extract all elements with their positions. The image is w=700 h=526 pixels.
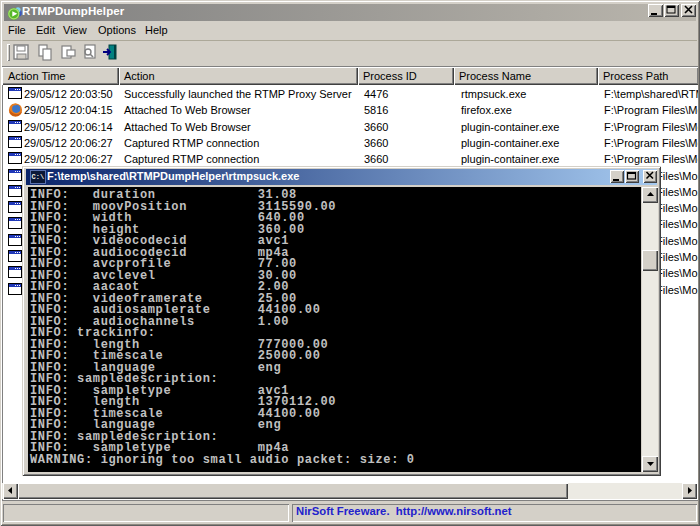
svg-text:C:\: C:\ xyxy=(32,173,45,181)
